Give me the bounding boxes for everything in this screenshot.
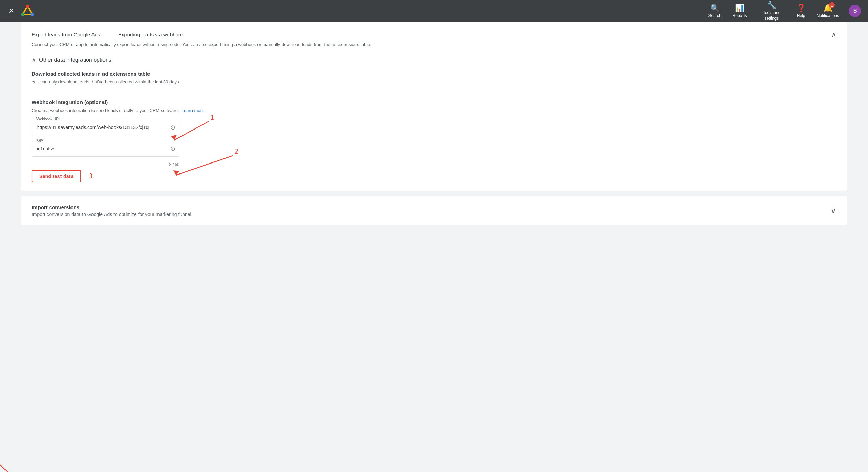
import-description: Import conversion data to Google Ads to … [32,212,191,217]
webhook-description: Create a webhook integration to send lea… [32,107,836,114]
breadcrumb-separator [107,32,111,37]
key-field-wrapper: Key ⊙ [32,141,179,157]
import-chevron-down-icon: ∨ [830,206,836,215]
download-description: You can only download leads that've been… [32,79,836,86]
search-nav-item[interactable]: 🔍 Search [704,2,726,20]
key-input[interactable] [32,141,179,157]
download-section: Download collected leads in ad extension… [32,71,836,86]
user-avatar[interactable]: S [849,5,861,17]
download-title: Download collected leads in ad extension… [32,71,836,77]
section-chevron-icon: ∧ [32,56,36,64]
close-button[interactable]: ✕ [7,5,16,17]
top-navigation: ✕ 🔍 Search 📊 Reports 🔧 Tools and setting… [0,0,868,22]
close-icon: ✕ [8,7,14,15]
help-icon: ❓ [796,4,806,13]
tools-nav-item[interactable]: 🔧 Tools and settings [753,0,790,23]
tools-label: Tools and settings [758,10,785,21]
help-nav-item[interactable]: ❓ Help [792,2,811,20]
webhook-url-input[interactable] [32,120,179,135]
export-leads-card: Export leads from Google Ads Exporting l… [21,22,847,191]
webhook-url-label: Webhook URL [35,117,62,121]
key-help-icon: ⊙ [170,145,175,153]
char-count: 8 / 50 [32,162,179,167]
key-label: Key [35,138,44,142]
annotation-3: 3 [89,172,92,180]
google-ads-logo [21,5,34,17]
send-test-button[interactable]: Send test data [32,170,81,182]
svg-marker-6 [171,135,177,140]
webhook-fields-area: Webhook URL ⊙ Key ⊙ 8 / 50 1 [32,120,836,167]
notifications-icon: 🔔 1 [823,4,833,13]
search-icon: 🔍 [710,4,719,13]
reports-label: Reports [733,13,747,18]
collapse-button[interactable]: ∧ [831,30,836,38]
url-help-icon: ⊙ [170,124,175,131]
notifications-label: Notifications [817,13,839,18]
import-title: Import conversions [32,204,191,210]
webhook-title: Webhook integration (optional) [32,99,836,105]
notifications-nav-item[interactable]: 🔔 1 Notifications [812,2,844,20]
export-description: Connect your CRM or app to automatically… [32,41,836,48]
help-label: Help [797,13,805,18]
notification-badge: 1 [829,2,835,8]
learn-more-link[interactable]: Learn more [182,108,204,113]
breadcrumb-left-text: Export leads from Google Ads [32,32,100,37]
breadcrumb-right-text: Exporting leads via webhook [118,32,184,37]
other-data-section-heading: ∧ Other data integration options [32,56,836,64]
svg-text:2: 2 [234,147,238,156]
svg-line-5 [174,121,209,140]
reports-nav-item[interactable]: 📊 Reports [728,2,752,20]
section-divider [32,92,836,92]
main-content: Export leads from Google Ads Exporting l… [0,22,868,472]
webhook-url-field-wrapper: Webhook URL ⊙ [32,120,179,135]
search-label: Search [708,13,722,18]
reports-icon: 📊 [735,4,744,13]
breadcrumb-row: Export leads from Google Ads Exporting l… [32,30,836,38]
import-conversions-card[interactable]: Import conversions Import conversion dat… [21,196,847,225]
webhook-section: Webhook integration (optional) Create a … [32,99,836,182]
section-heading-text: Other data integration options [39,57,111,63]
send-test-row: Send test data 3 [32,170,836,182]
chevron-up-icon: ∧ [831,31,836,38]
tools-icon: 🔧 [767,1,776,10]
